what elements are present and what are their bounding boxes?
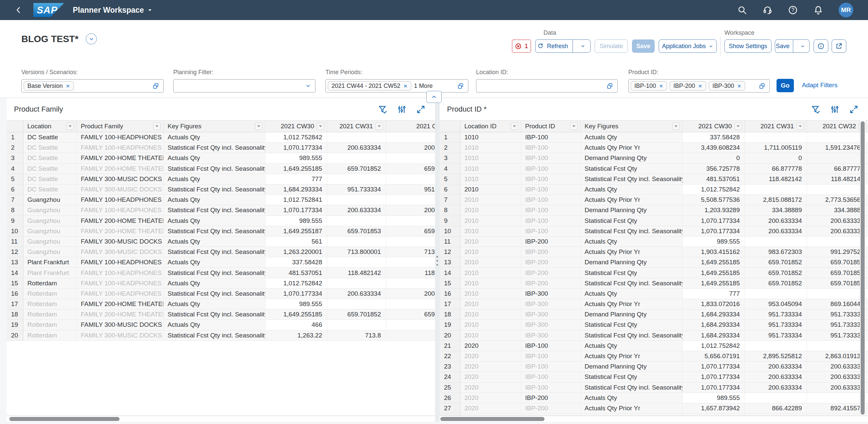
cell-2021-cw31[interactable] bbox=[745, 185, 807, 195]
cell-location-id[interactable]: 2020 bbox=[460, 383, 521, 393]
cell-product-id[interactable]: IBP-300 bbox=[521, 299, 581, 309]
cell-2021-cw30[interactable]: 1,684.293334 bbox=[266, 185, 327, 195]
cell-2021-cw31[interactable]: 659.701852 bbox=[745, 267, 807, 278]
cell-row-number[interactable]: 13 bbox=[440, 257, 460, 267]
refresh-split-button[interactable]: Refresh bbox=[535, 39, 591, 53]
cell-2021-cw30[interactable]: 1,649.255187 bbox=[266, 226, 327, 236]
cell-2021-cw30[interactable]: 777 bbox=[683, 289, 745, 299]
cell-product-id[interactable]: IBP-300 bbox=[521, 331, 581, 341]
cell-row-number[interactable]: 3 bbox=[440, 153, 460, 163]
cell-2021-cw30[interactable]: 1,263.22 bbox=[266, 331, 327, 341]
cell-2021-cw31[interactable]: 200.633334 bbox=[745, 362, 807, 372]
cell-2021-cw30[interactable]: 3,439.608234 bbox=[683, 143, 745, 153]
table-row[interactable]: 9GuangzhouFAMILY 200-HOME THEATERActuals… bbox=[7, 216, 435, 226]
workspace-save-menu-arrow[interactable] bbox=[796, 44, 809, 49]
cell-location-id[interactable]: 1010 bbox=[460, 164, 521, 174]
cell-2021-cw30[interactable]: 5,508.577536 bbox=[683, 195, 745, 205]
cell-location[interactable]: DC Seattle bbox=[23, 132, 77, 143]
panel-splitter[interactable] bbox=[435, 98, 440, 422]
token-product-3[interactable]: IBP-300 bbox=[709, 81, 745, 90]
cell-key-figure[interactable]: Statistical Fcst Qty bbox=[581, 216, 683, 226]
cell-2021-cw31[interactable]: 200.633334 bbox=[745, 383, 807, 393]
cell-2021-cw31[interactable]: 713.8 bbox=[327, 331, 386, 341]
column-filter-button[interactable] bbox=[735, 123, 742, 130]
cell-2021-cw30[interactable]: 989.555 bbox=[266, 153, 327, 163]
column-filter-button[interactable] bbox=[153, 123, 161, 130]
cell-key-figure[interactable]: Actuals Qty bbox=[163, 278, 266, 289]
cell-row-number[interactable]: 18 bbox=[440, 309, 460, 320]
cell-2021-cw32[interactable] bbox=[386, 174, 435, 185]
cell-row-number[interactable]: 9 bbox=[7, 216, 23, 226]
cell-2021-cw30[interactable]: 989.555 bbox=[266, 216, 327, 226]
cell-2021-cw31[interactable] bbox=[327, 174, 386, 185]
table-row[interactable]: 19RotterdamFAMILY 300-MUSIC DOCKSActuals… bbox=[7, 320, 435, 330]
notifications-bell-icon[interactable] bbox=[813, 5, 823, 15]
cell-2021-cw31[interactable]: 200.633334 bbox=[327, 289, 386, 299]
cell-2021-cw30[interactable]: 1,070.177334 bbox=[266, 143, 327, 153]
table-row[interactable]: 102010IBP-100Statistical Fcst Qty incl. … bbox=[440, 226, 868, 236]
cell-product-id[interactable]: IBP-100 bbox=[521, 164, 581, 174]
cell-row-number[interactable]: 15 bbox=[7, 278, 23, 289]
cell-product-id[interactable]: IBP-100 bbox=[521, 185, 581, 195]
table-row[interactable]: 51010IBP-100Statistical Fcst Qty incl. S… bbox=[440, 174, 868, 185]
refresh-menu-arrow[interactable] bbox=[576, 44, 590, 49]
cell-location-id[interactable]: 2010 bbox=[460, 299, 521, 309]
cell-location-id[interactable]: 2010 bbox=[460, 185, 521, 195]
cell-2021-cw31[interactable]: 66.877778 bbox=[745, 164, 807, 174]
cell-2021-cw32[interactable]: 659.701852 bbox=[807, 267, 868, 278]
cell-product-id[interactable]: IBP-300 bbox=[521, 320, 581, 330]
cell-2021-cw31[interactable]: 334.38889 bbox=[745, 205, 807, 216]
cell-row-number[interactable]: 20 bbox=[440, 331, 460, 341]
cell-row-number[interactable]: 13 bbox=[7, 257, 23, 267]
cell-key-figure[interactable]: Statistical Fcst Qty incl. Seasonality bbox=[581, 331, 683, 341]
cell-2021-cw31[interactable]: 200.633334 bbox=[745, 372, 807, 382]
cell-product-id[interactable]: IBP-100 bbox=[521, 205, 581, 216]
cell-row-number[interactable]: 3 bbox=[7, 153, 23, 163]
cell-2021-cw30[interactable]: 989.555 bbox=[683, 236, 745, 247]
cell-2021-cw31[interactable]: 659.701852 bbox=[327, 309, 386, 320]
table-row[interactable]: 16RotterdamFAMILY 100-HEADPHONESStatisti… bbox=[7, 289, 435, 299]
cell-2021-cw30[interactable]: 337.58428 bbox=[266, 257, 327, 267]
cell-product-family[interactable]: FAMILY 200-HOME THEATER bbox=[77, 164, 163, 174]
cell-2021-cw31[interactable] bbox=[327, 236, 386, 247]
chevron-down-icon[interactable] bbox=[305, 83, 311, 89]
cell-2021-cw32[interactable]: 200.633334 bbox=[386, 143, 435, 153]
cell-2021-cw32[interactable]: 200.633334 bbox=[807, 216, 868, 226]
table-row[interactable]: 8GuangzhouFAMILY 100-HEADPHONESStatistic… bbox=[7, 205, 435, 216]
column-filter-button[interactable] bbox=[255, 123, 262, 130]
data-save-button[interactable]: Save bbox=[632, 39, 655, 53]
cell-2021-cw31[interactable]: 200.633334 bbox=[327, 205, 386, 216]
cell-2021-cw30[interactable]: 1,684.293334 bbox=[683, 331, 745, 341]
cell-row-number[interactable]: 21 bbox=[440, 341, 460, 351]
value-help-icon[interactable] bbox=[457, 83, 464, 89]
cell-row-number[interactable]: 20 bbox=[7, 331, 23, 341]
cell-location[interactable]: Rotterdam bbox=[23, 299, 77, 309]
cell-key-figure[interactable]: Statistical Fcst Qty incl. Seasonality bbox=[163, 289, 266, 299]
cell-2021-cw30[interactable]: 5,656.07191 bbox=[683, 351, 745, 362]
cell-location-id[interactable]: 2010 bbox=[460, 278, 521, 289]
cell-location-id[interactable]: 2010 bbox=[460, 289, 521, 299]
cell-2021-cw30[interactable]: 1,012.752841 bbox=[266, 195, 327, 205]
cell-location[interactable]: DC Seattle bbox=[23, 174, 77, 185]
cell-product-id[interactable]: IBP-100 bbox=[521, 226, 581, 236]
cell-location-id[interactable]: 2010 bbox=[460, 257, 521, 267]
cell-2021-cw30[interactable]: 1,070.177334 bbox=[683, 226, 745, 236]
workspace-info-button[interactable] bbox=[814, 39, 828, 53]
cell-key-figure[interactable]: Statistical Fcst Qty bbox=[581, 164, 683, 174]
table-row[interactable]: 14Plant FrankfurtFAMILY 100-HEADPHONESSt… bbox=[7, 267, 435, 278]
cell-key-figure[interactable]: Actuals Qty Prior Yr bbox=[581, 195, 683, 205]
cell-key-figure[interactable]: Actuals Qty bbox=[163, 299, 266, 309]
cell-row-number[interactable]: 16 bbox=[7, 289, 23, 299]
cell-key-figure[interactable]: Actuals Qty Prior Yr bbox=[581, 351, 683, 362]
token-base-version[interactable]: Base Version bbox=[24, 81, 74, 90]
cell-key-figure[interactable]: Statistical Fcst Qty incl. Seasonality bbox=[163, 185, 266, 195]
cell-2021-cw32[interactable] bbox=[386, 331, 435, 341]
table-row[interactable]: 212020IBP-100Actuals Qty1,012.752842 bbox=[440, 341, 868, 351]
cell-location-id[interactable]: 2010 bbox=[460, 309, 521, 320]
table-row[interactable]: 122010IBP-200Actuals Qty Prior Yr1,903.4… bbox=[440, 247, 868, 257]
table-row[interactable]: 162010IBP-300Actuals Qty777 bbox=[440, 289, 868, 299]
cell-row-number[interactable]: 6 bbox=[7, 185, 23, 195]
cell-2021-cw32[interactable] bbox=[807, 185, 868, 195]
simulate-button[interactable]: Simulate bbox=[595, 39, 628, 53]
collapse-filter-bar-button[interactable] bbox=[426, 91, 442, 103]
